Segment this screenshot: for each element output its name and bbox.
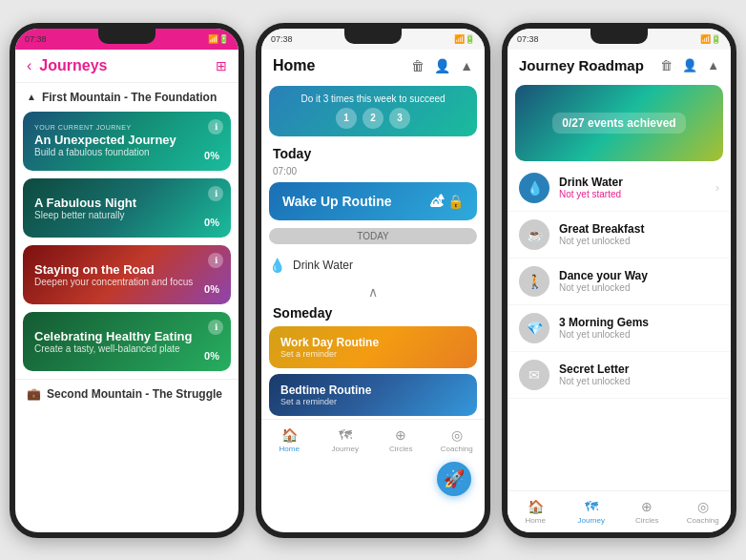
- notch-2: [344, 29, 402, 44]
- phones-container: 07:38 📶🔋 ‹ Journeys ⊞ ▲ First Mountain -…: [0, 13, 746, 548]
- nav3-home[interactable]: 🏠 Home: [508, 491, 564, 532]
- journey-card-road[interactable]: Staying on the Road Deepen your concentr…: [23, 245, 231, 304]
- today-chip: TODAY: [269, 228, 477, 244]
- nav3-coaching[interactable]: ◎ Coaching: [675, 491, 732, 532]
- roadmap-text-breakfast: Great Breakfast Not yet unlocked: [559, 222, 719, 246]
- grid-icon[interactable]: ⊞: [216, 58, 227, 73]
- nav3-journey-label: Journey: [578, 516, 605, 525]
- info-button-0[interactable]: ℹ: [208, 119, 223, 135]
- journey-subtitle-0: Build a fabulous foundation: [34, 147, 219, 157]
- roadmap-sub-water: Not yet started: [559, 189, 706, 199]
- nav-coaching[interactable]: ◎ Coaching: [429, 420, 486, 461]
- info-button-3[interactable]: ℹ: [208, 320, 223, 335]
- dot-3: 3: [389, 108, 410, 129]
- roadmap-item-breakfast: ☕ Great Breakfast Not yet unlocked: [508, 212, 731, 259]
- card-label-current: YOUR CURRENT JOURNEY: [34, 124, 219, 131]
- info-button-2[interactable]: ℹ: [208, 253, 223, 268]
- nav-home[interactable]: 🏠 Home: [261, 420, 318, 461]
- wake-up-title: Wake Up Routine: [282, 194, 392, 209]
- roadmap-user-icon[interactable]: 👤: [682, 58, 697, 73]
- roadmap-list: 💧 Drink Water Not yet started › ☕ Great …: [508, 165, 731, 490]
- back-button[interactable]: ‹: [27, 57, 31, 74]
- phone3-bottom-nav: 🏠 Home 🗺 Journey ⊕ Circles ◎ Coaching: [508, 490, 731, 532]
- roadmap-title-water: Drink Water: [559, 176, 706, 189]
- phone2-bottom-nav: 🏠 Home 🗺 Journey ⊕ Circles ◎ Coaching: [261, 419, 485, 461]
- section2-header: 💼 Second Mountain - The Struggle: [15, 379, 238, 408]
- journey-title-2: Staying on the Road: [34, 262, 219, 277]
- coaching-nav-icon: ◎: [451, 427, 463, 443]
- drink-water-row: 💧 Drink Water: [269, 252, 477, 279]
- section1-label: First Mountain - The Foundation: [42, 91, 217, 104]
- journey-subtitle-1: Sleep better naturally: [34, 210, 219, 220]
- bedtime-subtitle: Set a reminder: [280, 397, 466, 406]
- nav3-journey[interactable]: 🗺 Journey: [564, 491, 620, 532]
- nav-journey[interactable]: 🗺 Journey: [318, 420, 374, 461]
- banner-dots: 1 2 3: [280, 108, 466, 129]
- wake-up-card[interactable]: Wake Up Routine 🏕 🔒: [269, 182, 477, 220]
- time-label: 07:00: [261, 164, 485, 178]
- journey-subtitle-3: Create a tasty, well-balanced plate: [34, 343, 219, 354]
- dance-icon-roadmap: 🚶: [519, 266, 549, 297]
- workday-routine-card[interactable]: Work Day Routine Set a reminder: [269, 326, 477, 368]
- journeys-title: Journeys: [39, 57, 208, 74]
- nav-circles-label: Circles: [389, 445, 412, 453]
- nav3-coaching-label: Coaching: [687, 516, 719, 525]
- status-time-1: 07:38: [25, 34, 47, 44]
- roadmap-sub-gems: Not yet unlocked: [559, 329, 719, 340]
- water-icon-roadmap: 💧: [519, 173, 549, 203]
- water-drop-icon: 💧: [269, 258, 285, 273]
- roadmap-banner: 0/27 events achieved: [515, 85, 723, 161]
- roadmap-text-gems: 3 Morning Gems Not yet unlocked: [559, 316, 719, 340]
- journey-percent-0: 0%: [204, 150, 219, 161]
- dot-2: 2: [363, 108, 383, 129]
- someday-label: Someday: [261, 301, 485, 323]
- triangle-icon-2[interactable]: ▲: [460, 58, 473, 73]
- info-button-1[interactable]: ℹ: [208, 186, 223, 201]
- journey-card-unexpected[interactable]: YOUR CURRENT JOURNEY An Unexpected Journ…: [23, 112, 231, 171]
- drink-water-label: Drink Water: [293, 259, 353, 272]
- circles3-nav-icon: ⊕: [641, 499, 653, 514]
- journey-card-eating[interactable]: Celebrating Healthy Eating Create a tast…: [23, 312, 231, 371]
- user-icon[interactable]: 👤: [434, 58, 450, 73]
- journey-nav-icon: 🗺: [339, 427, 352, 443]
- roadmap-triangle-icon[interactable]: ▲: [707, 58, 719, 73]
- phone2-content: Home 🗑 👤 ▲ Do it 3 times this week to su…: [261, 50, 485, 532]
- roadmap-trash-icon[interactable]: 🗑: [660, 58, 673, 73]
- journey-title-1: A Fabulous Night: [34, 196, 219, 210]
- journey-card-fabulous[interactable]: A Fabulous Night Sleep better naturally …: [23, 178, 231, 238]
- phone-home: 07:38 📶🔋 Home 🗑 👤 ▲ Do it 3 times this w…: [256, 23, 490, 538]
- briefcase-icon: 💼: [27, 387, 41, 401]
- phone3-header: Journey Roadmap 🗑 👤 ▲: [508, 50, 731, 81]
- phone1-header: ‹ Journeys ⊞: [15, 50, 238, 83]
- wake-up-emoji: 🏕 🔒: [430, 194, 464, 209]
- workday-subtitle: Set a reminder: [280, 349, 466, 359]
- nav3-circles[interactable]: ⊕ Circles: [619, 491, 675, 532]
- status-time-2: 07:38: [271, 34, 293, 44]
- nav-coaching-label: Coaching: [441, 445, 473, 453]
- bedtime-title: Bedtime Routine: [280, 384, 466, 397]
- chevron-water: ›: [715, 181, 719, 195]
- phone-journeys: 07:38 📶🔋 ‹ Journeys ⊞ ▲ First Mountain -…: [10, 23, 244, 538]
- today-label: Today: [261, 140, 485, 164]
- roadmap-item-letter: ✉ Secret Letter Not yet unlocked: [508, 352, 731, 399]
- journey3-nav-icon: 🗺: [585, 499, 598, 514]
- status-icons-1: 📶🔋: [208, 34, 229, 44]
- bedtime-routine-card[interactable]: Bedtime Routine Set a reminder: [269, 374, 477, 416]
- nav-circles[interactable]: ⊕ Circles: [373, 420, 429, 461]
- status-time-3: 07:38: [517, 34, 539, 44]
- journey-title-3: Celebrating Healthy Eating: [34, 329, 219, 343]
- workday-title: Work Day Routine: [280, 336, 466, 349]
- roadmap-sub-breakfast: Not yet unlocked: [559, 236, 719, 246]
- gems-icon-roadmap: 💎: [519, 313, 549, 343]
- roadmap-sub-dance: Not yet unlocked: [559, 282, 719, 293]
- events-badge: 0/27 events achieved: [552, 113, 685, 134]
- collapse-button[interactable]: ∧: [261, 282, 485, 301]
- trash-icon[interactable]: 🗑: [411, 58, 425, 73]
- roadmap-title-breakfast: Great Breakfast: [559, 222, 719, 236]
- roadmap-item-water[interactable]: 💧 Drink Water Not yet started ›: [508, 165, 731, 212]
- banner-text: Do it 3 times this week to succeed: [280, 93, 466, 104]
- journey-title-0: An Unexpected Journey: [34, 133, 219, 147]
- fab-button[interactable]: 🚀: [437, 462, 471, 496]
- journey-percent-2: 0%: [204, 283, 219, 295]
- phone-roadmap: 07:38 📶🔋 Journey Roadmap 🗑 👤 ▲ 0/27 even…: [502, 23, 736, 538]
